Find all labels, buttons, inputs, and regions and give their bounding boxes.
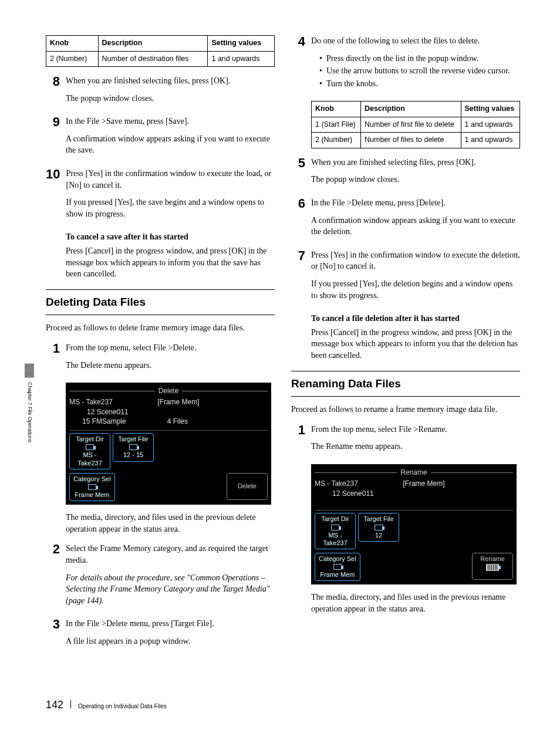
btn-sub: MS - Take237 <box>323 532 348 547</box>
target-file-button[interactable]: Target File 12 <box>358 513 399 541</box>
delete-step-4: 4 Do one of the following to select the … <box>291 35 520 95</box>
text: The media, directory, and files used in … <box>66 512 275 535</box>
td: 1 and upwards <box>461 133 520 148</box>
knob-table-2: Knob Description Setting values 1 (Start… <box>311 101 520 148</box>
keyboard-icon <box>486 564 499 571</box>
btn-sub: 12 <box>375 532 382 539</box>
folder-icon <box>129 444 137 450</box>
target-dir-button[interactable]: Target Dir MS - Take237 <box>315 513 356 549</box>
step-text: A confirmation window appears asking if … <box>311 215 520 238</box>
list-item: Use the arrow buttons to scroll the reve… <box>319 65 520 77</box>
left-column: Knob Description Setting values 2 (Numbe… <box>46 35 275 659</box>
category-sel-button[interactable]: Category Sel Frame Mem <box>315 553 360 581</box>
step-text: The popup window closes. <box>311 174 520 185</box>
rename-menu-screenshot: Rename MS - Take237 [Frame Mem] 12 Scene… <box>311 464 517 584</box>
list-item: Turn the knobs. <box>319 78 520 90</box>
folder-icon <box>333 564 342 570</box>
after-ui-text: The media, directory, and files used in … <box>291 592 520 614</box>
td: 2 (Number) <box>46 51 99 67</box>
step-text: When you are finished selecting files, p… <box>311 157 520 168</box>
table-row: 2 (Number) Number of destination files 1… <box>46 51 275 67</box>
step-number: 1 <box>291 424 305 437</box>
folder-icon <box>331 525 339 530</box>
btn-label: Category Sel <box>73 475 111 483</box>
page-number: 142 <box>46 698 63 712</box>
folder-icon <box>375 525 383 530</box>
step-text: If you pressed [Yes], the save begins an… <box>66 197 275 219</box>
step-text: A file list appears in a popup window. <box>66 636 275 647</box>
td: 1 and upwards <box>461 117 520 133</box>
cancel-delete-heading: To cancel a file deletion after it has s… <box>311 313 520 325</box>
step-text: In the File >Save menu, press [Save]. <box>66 116 275 127</box>
ui-line: 15 FMSample <box>82 417 126 427</box>
delete-step-1: 1 From the top menu, select File >Delete… <box>46 342 275 377</box>
th: Setting values <box>461 102 520 117</box>
step-number: 6 <box>291 197 305 210</box>
btn-label: Rename <box>480 555 505 563</box>
th: Knob <box>46 36 99 52</box>
step-text: When you are finished selecting files, p… <box>66 75 275 87</box>
cancel-delete-block: To cancel a file deletion after it has s… <box>291 313 520 361</box>
list-item: Press directly on the list in the popup … <box>319 53 520 65</box>
rename-button[interactable]: Rename <box>472 553 513 580</box>
td: 2 (Number) <box>312 133 361 148</box>
intro-text: Proceed as follows to delete frame memor… <box>46 322 275 334</box>
table-row: 2 (Number) Number of files to delete 1 a… <box>312 133 520 148</box>
step-text: A confirmation window appears asking if … <box>66 133 275 156</box>
delete-step-6: 6 In the File >Delete menu, press [Delet… <box>291 197 520 244</box>
footer-title: Operating on Individual Data Files <box>78 702 167 711</box>
step-text: From the top menu, select File >Delete. <box>66 342 275 354</box>
step-text: The popup window closes. <box>66 93 275 104</box>
step-number: 9 <box>46 116 60 129</box>
ui-path: MS - Take237 <box>69 397 113 407</box>
th: Description <box>361 102 461 117</box>
delete-step-3: 3 In the File >Delete menu, press [Targe… <box>46 618 275 653</box>
ui-title: Rename <box>400 468 427 478</box>
step-text: In the File >Delete menu, press [Target … <box>66 618 275 630</box>
btn-sub: 12 - 15 <box>123 451 143 459</box>
step-number: 8 <box>46 75 60 88</box>
ui-path: MS - Take237 <box>315 479 358 489</box>
target-dir-button[interactable]: Target Dir MS - Take237 <box>69 433 110 469</box>
btn-label: Category Sel <box>319 555 356 563</box>
td: Number of destination files <box>98 51 208 67</box>
step-text: From the top menu, select File >Rename. <box>311 424 520 435</box>
step-8: 8 When you are finished selecting files,… <box>46 75 275 110</box>
delete-step-5: 5 When you are finished selecting files,… <box>291 157 520 191</box>
btn-sub: MS - Take237 <box>77 451 102 467</box>
intro-text: Proceed as follows to rename a frame mem… <box>291 404 520 415</box>
step-number: 2 <box>46 543 60 556</box>
btn-label: Target Dir <box>76 435 104 443</box>
delete-step-7: 7 Press [Yes] in the confirmation window… <box>291 249 520 307</box>
btn-label: Target Dir <box>321 515 349 523</box>
delete-button[interactable]: Delete <box>227 473 268 500</box>
side-tab-text: Chapter 7 File Operations <box>26 382 34 442</box>
category-sel-button[interactable]: Category Sel Frame Mem <box>69 473 115 501</box>
step-10: 10 Press [Yes] in the confirmation windo… <box>46 168 275 225</box>
ui-line: 12 Scene011 <box>315 489 513 499</box>
bullet-list: Press directly on the list in the popup … <box>311 53 520 90</box>
ui-line: 12 Scene011 <box>69 407 268 417</box>
step-9: 9 In the File >Save menu, press [Save]. … <box>46 116 275 162</box>
folder-icon <box>86 444 94 450</box>
step-text: Press [Yes] in the confirmation window t… <box>311 249 520 272</box>
section-renaming: Renaming Data Files <box>291 371 520 397</box>
btn-label: Target File <box>118 435 148 443</box>
ui-title: Delete <box>158 386 179 396</box>
cancel-save-heading: To cancel a save after it has started <box>66 231 275 243</box>
step-text-italic: For details about the procedure, see "Co… <box>66 572 275 607</box>
chapter-side-tab: Chapter 7 File Operations <box>25 364 35 442</box>
target-file-button[interactable]: Target File 12 - 15 <box>113 433 154 461</box>
btn-label: Target File <box>363 515 393 523</box>
th: Description <box>98 36 208 52</box>
delete-menu-screenshot: Delete MS - Take237 [Frame Mem] 12 Scene… <box>66 383 271 505</box>
td: Number of files to delete <box>361 133 461 148</box>
th: Knob <box>312 102 361 117</box>
step-text: The Delete menu appears. <box>66 360 275 371</box>
rename-step-1: 1 From the top menu, select File >Rename… <box>291 424 520 458</box>
td: Number of first file to delete <box>361 117 461 133</box>
step-number: 10 <box>46 168 60 181</box>
footer-separator <box>70 700 71 708</box>
step-text: Press [Yes] in the confirmation window t… <box>66 168 275 191</box>
folder-icon <box>88 484 96 490</box>
